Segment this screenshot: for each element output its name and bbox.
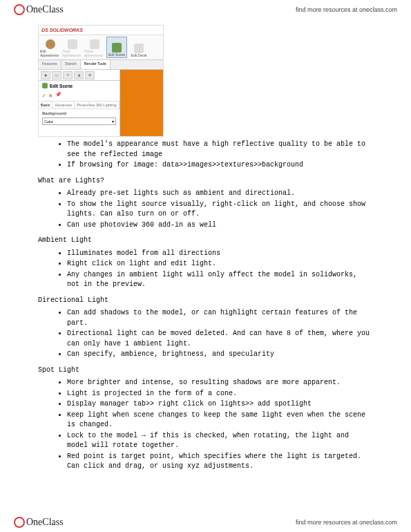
background-dropdown[interactable]: Color <box>42 117 116 125</box>
toolbar-edit-decal[interactable]: Edit Decal <box>128 37 149 58</box>
cancel-icon[interactable]: ✕ <box>48 92 52 99</box>
resources-link[interactable]: find more resources at oneclass.com <box>296 6 397 13</box>
list-item: Can specify, ambience, brightness, and s… <box>67 350 373 360</box>
lights-list: Already pre-set lights such as ambient a… <box>67 189 373 230</box>
spot-list: More brighter and intense, so resulting … <box>67 378 373 472</box>
page-content: DS SOLIDWORKS Edit Appearance Copy Appea… <box>0 18 411 472</box>
subtab-advanced[interactable]: Advanced <box>52 102 74 108</box>
panel-subtabs: Basic Advanced PhotoView 360 Lighting <box>39 102 120 109</box>
manager-tabs: ◆ ▭ ≡ ◑ ⊕ <box>39 70 120 81</box>
heading-ambient: Ambient Light <box>38 236 373 246</box>
brand-logo: OneClass <box>14 4 64 15</box>
ok-icon[interactable]: ✓ <box>42 92 46 99</box>
viewport <box>120 70 163 136</box>
resources-link-footer[interactable]: find more resources at oneclass.com <box>296 519 397 526</box>
list-item: Directional light can be moved deleted. … <box>67 329 373 349</box>
manager-tab-2[interactable]: ▭ <box>52 71 61 79</box>
manager-tab-3[interactable]: ≡ <box>63 71 73 79</box>
scene-icon <box>112 43 122 53</box>
list-item: More brighter and intense, so resulting … <box>67 378 373 388</box>
list-item: Illuminates model from all directions <box>67 249 373 259</box>
scene-small-icon <box>42 83 48 88</box>
list-item: Lock to the model → if this is checked, … <box>67 431 373 451</box>
subtab-photoview[interactable]: PhotoView 360 Lighting <box>75 102 120 108</box>
page-header: OneClass find more resources at oneclass… <box>0 0 411 18</box>
list-item: Any changes in ambient light will only a… <box>67 270 373 290</box>
intro-list: The model's appearance must have a high … <box>67 140 373 171</box>
panel-title-row: Edit Scene <box>39 81 120 91</box>
page-footer: OneClass find more resources at oneclass… <box>0 514 411 532</box>
document-body: The model's appearance must have a high … <box>38 140 373 472</box>
solidworks-screenshot: DS SOLIDWORKS Edit Appearance Copy Appea… <box>38 25 164 137</box>
manager-tab-1[interactable]: ◆ <box>41 71 50 79</box>
toolbar-copy-appearance[interactable]: Copy Appearance <box>62 37 83 58</box>
property-manager: ◆ ▭ ≡ ◑ ⊕ Edit Scene ✓ ✕ 📌 Basic A <box>39 70 120 136</box>
list-item: Right click on light and edit light. <box>67 259 373 269</box>
tab-features[interactable]: Features <box>39 60 61 69</box>
list-item: The model's appearance must have a high … <box>67 140 373 160</box>
brand-logo-footer: OneClass <box>14 517 64 528</box>
list-item: Display manager tab>> right click on lig… <box>67 399 373 410</box>
toolbar-label: Edit Decal <box>131 53 147 57</box>
heading-spot: Spot Light <box>38 365 373 376</box>
list-item: Keep light when scene changes to keep th… <box>67 410 373 430</box>
toolbar-label: Edit Appearance <box>40 49 61 57</box>
tab-render-tools[interactable]: Render Tools <box>81 60 111 69</box>
pin-icon[interactable]: 📌 <box>55 92 61 99</box>
list-item: Can use photoview 360 add-in as well <box>67 220 373 231</box>
toolbar-paste-appearance[interactable]: Paste Appearance <box>84 37 105 58</box>
ambient-list: Illuminates model from all directions Ri… <box>67 249 373 290</box>
toolbar-label: Edit Scene <box>108 53 125 57</box>
list-item: To show the light source visually, right… <box>67 200 373 220</box>
brand-logo-icon <box>14 517 25 528</box>
paste-icon <box>90 39 99 49</box>
heading-directional: Directional Light <box>38 296 373 306</box>
list-item: Red point is target point, which specifi… <box>67 452 373 472</box>
tab-sketch[interactable]: Sketch <box>61 60 81 69</box>
list-item: Already pre-set lights such as ambient a… <box>67 189 373 199</box>
list-item: If browsing for image: data>>images>>tex… <box>67 160 373 171</box>
toolbar: Edit Appearance Copy Appearance Paste Ap… <box>39 35 163 60</box>
subtab-basic[interactable]: Basic <box>39 102 52 108</box>
app-titlebar: DS SOLIDWORKS <box>39 26 163 35</box>
ribbon-tabs: Features Sketch Render Tools <box>39 60 163 70</box>
toolbar-edit-scene[interactable]: Edit Scene <box>106 37 127 58</box>
list-item: Light is projected in the form of a cone… <box>67 389 373 399</box>
toolbar-label: Paste Appearance <box>84 49 105 57</box>
directional-list: Can add shadows to the model, or can hig… <box>67 308 373 360</box>
appearance-icon <box>46 39 55 49</box>
body: ◆ ▭ ≡ ◑ ⊕ Edit Scene ✓ ✕ 📌 Basic A <box>39 70 163 136</box>
panel-title: Edit Scene <box>50 84 73 88</box>
toolbar-label: Copy Appearance <box>62 49 83 57</box>
ok-cancel-row: ✓ ✕ 📌 <box>39 91 120 102</box>
list-item: Can add shadows to the model, or can hig… <box>67 308 373 328</box>
manager-tab-4[interactable]: ◑ <box>74 71 84 79</box>
copy-icon <box>68 39 77 49</box>
section-background: Background <box>39 109 120 117</box>
toolbar-edit-appearance[interactable]: Edit Appearance <box>40 37 61 58</box>
brand-logo-icon <box>14 4 25 15</box>
heading-lights: What are Lights? <box>38 176 373 187</box>
manager-tab-5[interactable]: ⊕ <box>85 71 95 79</box>
brand-name: OneClass <box>26 4 64 15</box>
brand-name-footer: OneClass <box>26 517 64 528</box>
decal-icon <box>134 44 144 53</box>
